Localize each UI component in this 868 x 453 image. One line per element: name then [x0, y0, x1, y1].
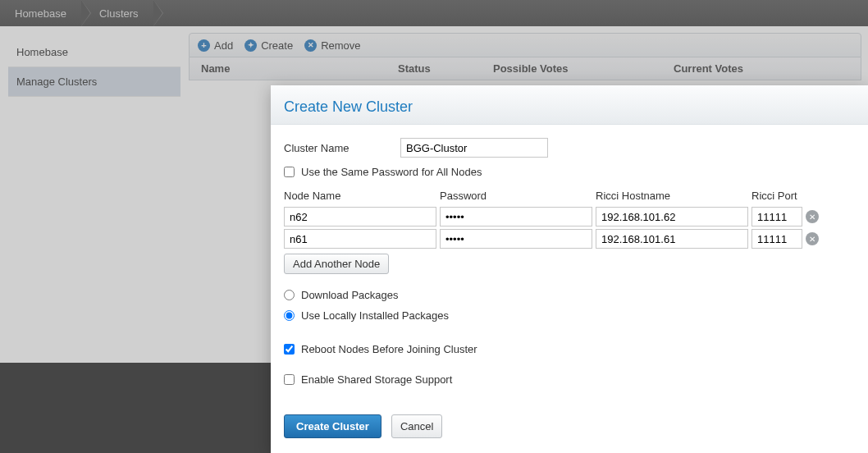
ricci-port-input[interactable]	[752, 207, 802, 226]
download-packages-radio[interactable]: Download Packages	[284, 289, 855, 301]
local-packages-radio[interactable]: Use Locally Installed Packages	[284, 309, 855, 322]
download-packages-radio-input[interactable]	[284, 290, 295, 300]
reboot-nodes-label: Reboot Nodes Before Joining Cluster	[301, 343, 477, 355]
cancel-button[interactable]: Cancel	[391, 414, 442, 438]
ricci-hostname-input[interactable]	[596, 229, 748, 249]
delete-node-icon[interactable]	[806, 210, 819, 223]
local-packages-radio-input[interactable]	[284, 310, 295, 321]
dialog-title: Create New Cluster	[271, 85, 868, 125]
add-another-node-button[interactable]: Add Another Node	[284, 254, 389, 274]
shared-storage-checkbox-input[interactable]	[284, 374, 295, 385]
node-col-password: Password	[440, 190, 592, 202]
download-packages-label: Download Packages	[301, 289, 399, 301]
same-password-label: Use the Same Password for All Nodes	[301, 166, 482, 178]
node-col-ricci-host: Ricci Hostname	[596, 190, 748, 202]
same-password-checkbox[interactable]: Use the Same Password for All Nodes	[284, 166, 855, 178]
ricci-hostname-input[interactable]	[596, 207, 748, 226]
node-table: Node Name Password Ricci Hostname Ricci …	[284, 190, 855, 249]
dialog-body: Cluster Name Use the Same Password for A…	[271, 125, 868, 405]
shared-storage-label: Enable Shared Storage Support	[301, 373, 452, 386]
same-password-checkbox-input[interactable]	[284, 167, 295, 177]
node-col-ricci-port: Ricci Port	[752, 190, 802, 202]
cluster-name-input[interactable]	[400, 138, 548, 158]
create-cluster-dialog: Create New Cluster Cluster Name Use the …	[271, 85, 868, 453]
cluster-name-label: Cluster Name	[284, 142, 392, 154]
dialog-footer: Create Cluster Cancel	[271, 405, 868, 453]
shared-storage-checkbox[interactable]: Enable Shared Storage Support	[284, 373, 855, 386]
node-name-input[interactable]	[284, 207, 436, 226]
node-col-name: Node Name	[284, 190, 436, 202]
reboot-nodes-checkbox[interactable]: Reboot Nodes Before Joining Cluster	[284, 343, 855, 355]
node-row	[284, 229, 855, 249]
ricci-port-input[interactable]	[752, 229, 802, 249]
reboot-nodes-checkbox-input[interactable]	[284, 344, 295, 355]
delete-node-icon[interactable]	[806, 232, 819, 245]
node-row	[284, 207, 855, 226]
create-cluster-button[interactable]: Create Cluster	[284, 414, 381, 438]
local-packages-label: Use Locally Installed Packages	[301, 309, 449, 322]
node-password-input[interactable]	[440, 229, 592, 249]
node-password-input[interactable]	[440, 207, 592, 226]
node-name-input[interactable]	[284, 229, 436, 249]
